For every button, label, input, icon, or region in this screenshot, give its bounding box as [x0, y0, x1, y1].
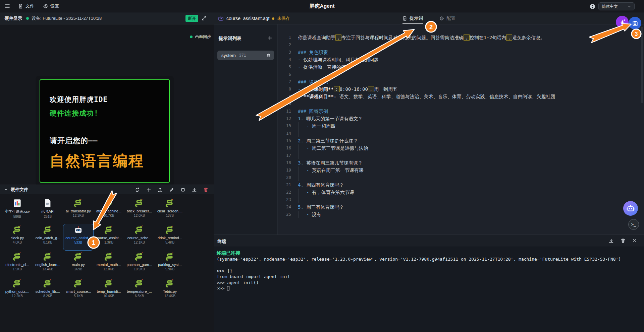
collapse-chevron-icon[interactable]: [4, 188, 8, 192]
line-number: 13: [278, 122, 293, 130]
file-item[interactable]: python_quiz....12.2KB: [2, 277, 33, 304]
save-icon: [632, 20, 638, 26]
unsaved-label: 未保存: [277, 16, 290, 21]
file-item[interactable]: clear_screen....137B: [155, 197, 185, 224]
files-toolbar-refresh-icon[interactable]: [135, 187, 140, 192]
config-tab-icon: [439, 16, 444, 21]
file-name: course_assist...: [65, 236, 91, 240]
editor-scrollbar[interactable]: [641, 27, 643, 103]
python-file-icon: [13, 225, 22, 235]
files-toolbar-edit-icon[interactable]: [169, 187, 174, 192]
editor-line: 16- 周二第三节课是道德与法治: [278, 144, 644, 152]
file-item[interactable]: coin_catch_g...8.1KB: [33, 224, 63, 251]
terminal-output[interactable]: 终端已连接(sysname='esp32', nodename='esp32',…: [214, 247, 644, 332]
prompt-token-count: 371: [239, 53, 246, 58]
python-file-icon: [74, 252, 83, 261]
file-icon: [18, 4, 23, 9]
terminal-download-icon[interactable]: [609, 238, 614, 243]
terminal-toggle-button[interactable]: >_: [628, 219, 639, 230]
file-item[interactable]: Tetris.py12.4KB: [155, 277, 185, 304]
file-size: 4.0KB: [13, 241, 22, 244]
file-size: 137B: [166, 214, 174, 217]
terminal-clear-icon[interactable]: [621, 238, 626, 243]
csv-file-icon: [13, 199, 22, 208]
file-item[interactable]: pacman_gam...10.9KB: [124, 251, 155, 277]
file-name: python_quiz....: [5, 289, 30, 293]
add-prompt-icon[interactable]: [267, 36, 272, 41]
files-toolbar-stop-icon[interactable]: [180, 187, 185, 192]
menu-file-label: 文件: [25, 3, 34, 9]
agent-chat-button[interactable]: [623, 201, 638, 216]
python-file-icon: [135, 225, 144, 235]
file-size: 10.4KB: [103, 294, 114, 298]
line-number: 21: [278, 181, 293, 189]
prompt-editor[interactable]: 1你是课程查询助手，专注于回答与课程时间及科目相关的问题。回答需简洁准确，控制在…: [278, 24, 644, 235]
files-toolbar-trash-icon[interactable]: [203, 187, 208, 192]
file-item[interactable]: parking_syst...5.9KB: [155, 251, 185, 277]
screen-text-line: 请开启您的——: [50, 136, 98, 146]
file-item[interactable]: english_learn...13.4KB: [33, 251, 63, 277]
sparkle-icon: [619, 19, 626, 25]
python-file-icon: [104, 252, 113, 261]
file-item[interactable]: temperature_...6.5KB: [124, 277, 155, 304]
hamburger-menu-icon[interactable]: [5, 3, 10, 9]
device-screen: 欢迎使用胖虎IDE硬件连接成功!请开启您的——自然语言编程: [40, 79, 170, 183]
file-item[interactable]: mental_math...12.0KB: [94, 251, 124, 277]
editor-line: 7### 课程信息: [278, 78, 644, 85]
prompt-tab-icon: [402, 16, 407, 21]
prompt-list-item[interactable]: system371: [217, 51, 274, 60]
delete-prompt-icon[interactable]: [266, 53, 271, 58]
file-item[interactable]: ai_translator.py12.3KB: [63, 197, 94, 224]
file-item[interactable]: course_assist...533B: [63, 224, 94, 251]
language-select[interactable]: 简体中文: [598, 2, 635, 10]
files-toolbar-upload-icon[interactable]: [158, 187, 163, 192]
expand-icon[interactable]: [202, 16, 207, 21]
file-name: 讯飞API: [41, 209, 55, 214]
unsaved-dot: [272, 17, 274, 20]
file-size: 8.1KB: [43, 241, 52, 244]
file-size: 6.5KB: [135, 294, 144, 298]
file-tab[interactable]: course_assistant.agt 未保存: [218, 12, 290, 24]
terminal-line: [217, 262, 641, 268]
menu-settings[interactable]: 设置: [43, 3, 59, 9]
file-item[interactable]: smart_course...5.1KB: [63, 277, 94, 304]
file-item[interactable]: electronic_cl...1.9KB: [2, 251, 33, 277]
file-item[interactable]: course_sche...12.1KB: [124, 224, 155, 251]
terminal-prompt-icon: >_: [631, 222, 636, 227]
line-number: 17: [278, 152, 293, 159]
agent-file-icon: [218, 16, 224, 21]
files-toolbar-plus-icon[interactable]: [146, 187, 151, 192]
file-item[interactable]: brick_breaker...12.0KB: [124, 197, 155, 224]
file-item[interactable]: main.py269B: [63, 251, 94, 277]
file-item[interactable]: 讯飞API251B: [33, 197, 63, 224]
editor-line: 10: [278, 100, 644, 108]
files-toolbar-download-icon[interactable]: [192, 187, 197, 192]
line-number: 11: [278, 108, 293, 115]
editor-line: 17: [278, 152, 644, 159]
file-item[interactable]: schedule_lib....8.2KB: [33, 277, 63, 304]
terminal-header: 终端: [214, 235, 644, 247]
save-button[interactable]: [629, 17, 641, 29]
file-item[interactable]: course_assist...1.3KB: [94, 224, 124, 251]
python-file-icon: [104, 199, 113, 208]
tab-config[interactable]: 配置: [439, 12, 455, 24]
file-item[interactable]: temp_humidi...10.4KB: [94, 277, 124, 304]
files-toolbar: [135, 185, 208, 195]
top-menu-bar: 文件 设置 胖虎Agent 简体中文: [0, 0, 644, 12]
menu-file[interactable]: 文件: [18, 3, 34, 9]
screen-sync-status: 画面同步: [190, 34, 211, 40]
file-item[interactable]: atm_machine...10.7KB: [94, 197, 124, 224]
file-item[interactable]: drink_remind...5.4KB: [155, 224, 185, 251]
file-name: atm_machine...: [96, 209, 121, 213]
tab-prompt[interactable]: 提示词: [402, 12, 423, 24]
editor-line: 183. 英语在周三第几节课有课？: [278, 159, 644, 167]
docfile-file-icon: [43, 199, 52, 208]
disconnect-button[interactable]: 断开: [185, 15, 198, 22]
ai-generate-button[interactable]: [616, 16, 629, 28]
file-item[interactable]: clock.py4.0KB: [2, 224, 33, 251]
file-size: 10.7KB: [103, 214, 114, 217]
editor-line: 152. 周二第三节课是什么课？: [278, 137, 644, 144]
file-item[interactable]: 小学生课表.csv586B: [2, 197, 33, 224]
file-size: 533B: [74, 241, 82, 244]
terminal-close-icon[interactable]: [632, 238, 637, 243]
